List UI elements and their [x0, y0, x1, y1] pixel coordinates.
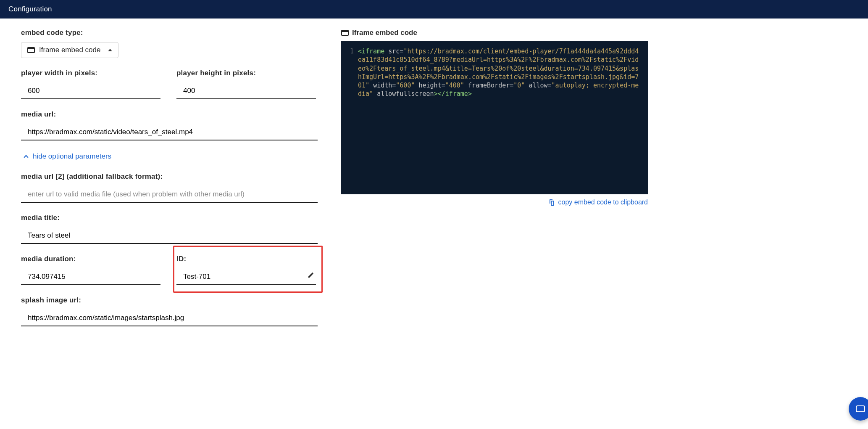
id-field: ID: [176, 255, 318, 285]
page-title: Configuration [8, 5, 52, 13]
media-url-2-label: media url [2] (additional fallback forma… [21, 172, 318, 181]
embed-code-type-field: embed code type: Iframe embed code [21, 29, 318, 58]
toggle-optional-label: hide optional parameters [33, 152, 111, 161]
player-height-input[interactable] [176, 82, 316, 99]
copy-embed-code-link[interactable]: copy embed code to clipboard [548, 199, 648, 206]
media-url-2-field: media url [2] (additional fallback forma… [21, 172, 318, 203]
splash-url-field: splash image url: [21, 296, 318, 326]
media-title-input[interactable] [21, 227, 318, 244]
copy-embed-code-label: copy embed code to clipboard [558, 199, 648, 206]
pencil-icon[interactable] [308, 272, 314, 278]
embed-code-type-label: embed code type: [21, 29, 318, 37]
copy-row: copy embed code to clipboard [341, 199, 648, 206]
form-panel: embed code type: Iframe embed code playe… [21, 29, 318, 337]
player-height-label: player height in pixels: [176, 69, 318, 77]
embed-code-type-value: Iframe embed code [39, 46, 100, 54]
caret-up-icon [108, 49, 112, 51]
media-duration-field: media duration: [21, 255, 162, 285]
player-width-label: player width in pixels: [21, 69, 162, 77]
code-panel-header: Iframe embed code [341, 29, 648, 37]
media-title-label: media title: [21, 214, 318, 222]
embed-code-block[interactable]: 1 <iframe src="https://bradmax.com/clien… [341, 41, 648, 194]
media-url-2-input[interactable] [21, 186, 318, 203]
media-duration-input[interactable] [21, 268, 160, 285]
toggle-optional-row: hide optional parameters [21, 151, 318, 162]
clipboard-icon [548, 199, 555, 206]
embed-code-type-select[interactable]: Iframe embed code [21, 42, 118, 58]
player-width-field: player width in pixels: [21, 69, 162, 99]
chevron-up-icon [24, 155, 28, 159]
svg-rect-3 [342, 30, 348, 32]
splash-url-label: splash image url: [21, 296, 318, 305]
splash-url-input[interactable] [21, 310, 318, 326]
code-panel-title: Iframe embed code [352, 29, 417, 37]
chat-icon [856, 405, 865, 412]
line-number: 1 [346, 47, 354, 98]
media-url-field: media url: [21, 110, 318, 140]
media-url-input[interactable] [21, 124, 318, 140]
player-width-input[interactable] [21, 82, 160, 99]
media-duration-label: media duration: [21, 255, 162, 263]
id-input[interactable] [176, 268, 316, 285]
media-title-field: media title: [21, 214, 318, 244]
code-panel: Iframe embed code 1 <iframe src="https:/… [341, 29, 648, 337]
content: embed code type: Iframe embed code playe… [0, 19, 868, 363]
player-height-field: player height in pixels: [176, 69, 318, 99]
iframe-icon [27, 47, 35, 53]
iframe-icon [341, 30, 349, 36]
toggle-optional-parameters[interactable]: hide optional parameters [21, 151, 111, 162]
id-label: ID: [176, 255, 318, 263]
media-url-label: media url: [21, 110, 318, 119]
chat-widget[interactable] [849, 397, 868, 421]
embed-code-text: <iframe src="https://bradmax.com/client/… [358, 47, 640, 98]
topbar: Configuration [0, 0, 868, 19]
svg-rect-1 [28, 48, 34, 49]
